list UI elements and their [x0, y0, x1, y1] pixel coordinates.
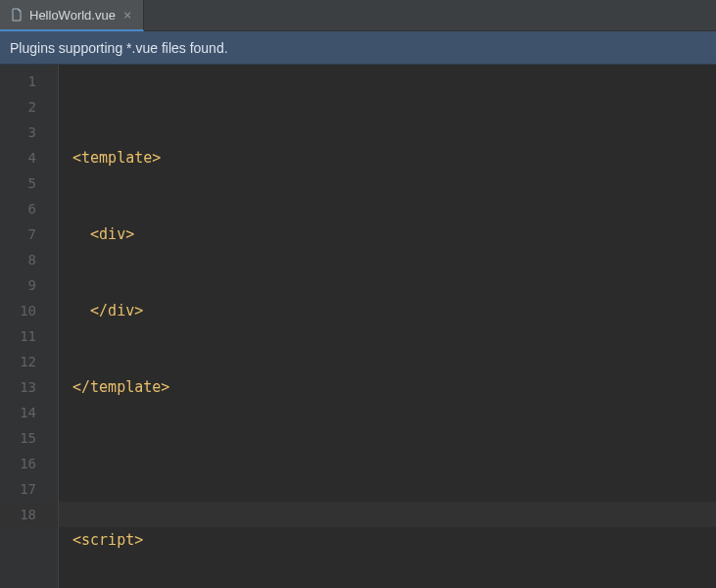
line-number: 3: [0, 120, 58, 145]
line-number: 12: [0, 349, 58, 374]
plugins-banner[interactable]: Plugins supporting *.vue files found.: [0, 31, 716, 65]
code-line: </template>: [72, 374, 716, 400]
tab-bar: HelloWorld.vue ×: [0, 0, 716, 31]
line-number: 9: [0, 272, 58, 298]
line-number: 15: [0, 425, 58, 451]
banner-message: Plugins supporting *.vue files found.: [10, 40, 228, 56]
current-line-highlight: [59, 502, 716, 527]
tab-label: HelloWorld.vue: [29, 8, 116, 23]
line-number: 7: [0, 221, 58, 247]
line-number: 8: [0, 247, 58, 272]
editor[interactable]: 1 2 3 4 5 6 7 8 9 10 11 12 13 14 15 16 1…: [0, 65, 716, 588]
line-number: 1: [0, 69, 58, 94]
gutter: 1 2 3 4 5 6 7 8 9 10 11 12 13 14 15 16 1…: [0, 65, 59, 588]
code-line: <template>: [72, 145, 716, 171]
line-number: 5: [0, 171, 58, 196]
code-line: </div>: [72, 298, 716, 323]
line-number: 11: [0, 323, 58, 349]
line-number: 10: [0, 298, 58, 323]
code-line: <script>: [72, 527, 716, 553]
code-area[interactable]: <template> <div> </div> </template> <scr…: [59, 65, 716, 588]
line-number: 4: [0, 145, 58, 171]
code-line: <div>: [72, 221, 716, 247]
file-icon: [10, 8, 24, 22]
line-number: 16: [0, 451, 58, 476]
tab-helloworld[interactable]: HelloWorld.vue ×: [0, 0, 144, 31]
line-number: 2: [0, 94, 58, 120]
line-number: 13: [0, 374, 58, 400]
line-number: 14: [0, 400, 58, 425]
code-line: [72, 451, 716, 476]
line-number: 18: [0, 502, 58, 527]
line-number: 6: [0, 196, 58, 221]
line-number: 17: [0, 476, 58, 502]
close-icon[interactable]: ×: [121, 8, 133, 22]
